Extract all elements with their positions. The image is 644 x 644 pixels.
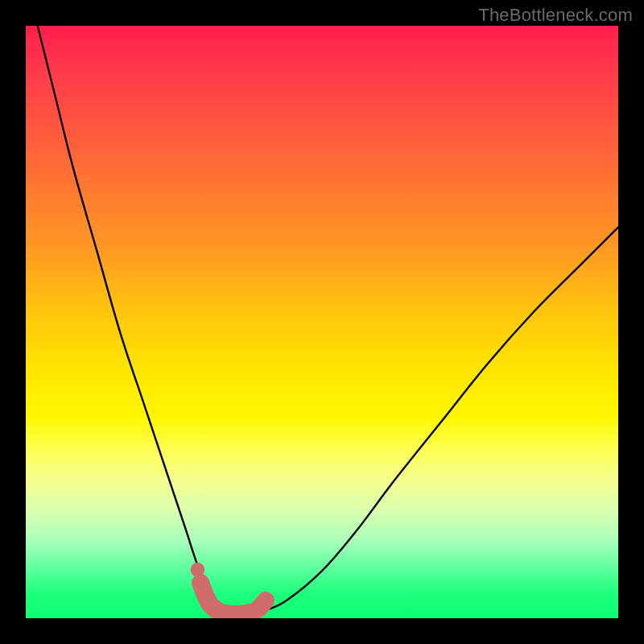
minimum-highlight [200,583,266,614]
chart-frame: TheBottleneck.com [0,0,644,644]
plot-area [26,26,618,618]
bottleneck-curve [38,26,618,615]
minimum-highlight-dot [191,563,205,577]
curve-layer [26,26,618,618]
watermark-label: TheBottleneck.com [478,5,633,26]
